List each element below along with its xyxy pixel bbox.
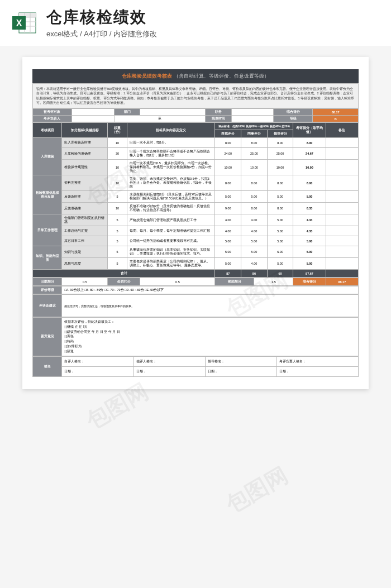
table-row: 检验数据信息保密与反馈资料完整性10丢失、毁损、未按规定交受计档、存放扣0.5分… <box>33 175 359 191</box>
info-table: 被考评对象 部门 职务 综合得分 88.17 考评负责人 至 填表时间 等级 B <box>32 108 359 122</box>
table-row: 思想与态度5主要包含是否的韶美素质（公司的规则纪律）、服从、调整上、积极心、责任… <box>33 258 359 270</box>
table-row: 入库检验的准确性30出现一个批次合格率按照不合格率或不合格产品按照合格入合格，扣… <box>33 148 359 160</box>
leader-label: 考评负责人 <box>33 116 72 122</box>
table-row: 知识、技能与品质知识与技能5从事该岗位所需的知识（基本知识、业务知识、关联知识）… <box>33 246 359 258</box>
col-criteria: 评分标准：优秀100% 良好80% 一般60% 较差40% 差20% <box>215 123 293 130</box>
section-label: 入库核验 <box>33 138 62 175</box>
table-row: 其它日常工作5公司统一优秀的活动或者重要事项领导对完成。5.005.005.00… <box>33 236 359 246</box>
col-desc: 指标具体内容及定义 <box>127 123 215 138</box>
table-row: 日常工作管理仓储部门管理制度的执行情况5严格按照仓储部门管理制度严谨执照执行工作… <box>33 214 359 226</box>
excel-icon: X <box>11 9 38 36</box>
instructions: 说明：本表格适用于对一般行业仓库检验员进行360度绩效考核。其中的考核指标、权重… <box>32 83 359 108</box>
sign-table: 签名 自评人签名： 他评人签名： 领导签名： 考评负责人签名： 日期： 日期： … <box>32 356 359 377</box>
grade-value: B <box>313 116 359 122</box>
bonus-table: 出勤加分 0.5 处罚扣分 0.5 奖励加分 1.5 综合得分 88.17 <box>32 278 359 286</box>
col-project: 考核项目 <box>33 123 62 138</box>
grade-label: 等级 <box>274 116 313 122</box>
table-row: 工作总结与汇报5每周、每月、每个季度，每年定期准确对提交工作汇报4.004.00… <box>33 226 359 236</box>
col-lead: 领导评分 <box>267 130 293 138</box>
opinion-table: 晋升意见 依据本次评价，特此决议该员工： [ ]继续 在 任 职 [ ]建议劳动… <box>32 317 359 356</box>
col-score: 考评得分（取平均值） <box>293 123 326 138</box>
doc-title-bar: 仓库检验员绩效考核表 （含自动计算、等级评价、任意设置等级） <box>32 69 359 83</box>
score-table: 考核项目 加分指标/关键指标 权重（分） 指标具体内容及定义 评分标准：优秀10… <box>32 122 359 278</box>
grade-table: 评价等级 □A. 90分以上 □B. 80～89分 □C. 70～79分 □D.… <box>32 286 359 294</box>
section-label: 知识、技能与品质 <box>33 246 62 270</box>
page-header: X 仓库核检绩效 excel格式 / A4打印 / 内容随意修改 <box>0 0 391 46</box>
main-title: 仓库核检绩效 <box>46 7 380 28</box>
col-indicator: 加分指标/关键指标 <box>62 123 108 138</box>
col-self: 自我评分 <box>215 130 241 138</box>
doc-subtitle: （含自动计算、等级评价、任意设置等级） <box>174 73 269 79</box>
col-weight: 权重（分） <box>108 123 127 138</box>
section-label: 检验数据信息保密与反馈 <box>33 175 62 214</box>
total-label: 合计 <box>33 270 215 278</box>
table-row: 反馈准确性10反馈不准确1分扣2分（且未反馈的准确包括：反馈信息不明确，传达信息… <box>33 203 359 214</box>
dept-label: 部门 <box>114 109 140 116</box>
col-peer: 同事评分 <box>241 130 268 138</box>
section-label: 日常工作管理 <box>33 214 62 246</box>
table-row: 入库核验出入库检验及时性10出现一次不及时，扣1分。8.008.008.008.… <box>33 138 359 148</box>
document-page: 仓库检验员绩效考核表 （含自动计算、等级评价、任意设置等级） 说明：本表格适用于… <box>22 57 369 389</box>
total-score-value: 88.17 <box>313 109 359 116</box>
total-score-label: 综合得分 <box>274 109 313 116</box>
period-label: 填表时间 <box>205 116 231 122</box>
sub-title: excel格式 / A4打印 / 内容随意修改 <box>46 29 380 39</box>
col-remark: 备注 <box>326 123 358 138</box>
subject-label: 被考评对象 <box>33 109 72 116</box>
comments-table: 评语及建议 规范性填写，完整填报汇总，现场通查其原事件的故事。 <box>32 294 359 317</box>
doc-title: 仓库检验员绩效考核表 <box>122 73 172 79</box>
table-row: 反馈及时性5未该做相关到反馈扣2分（且未反馈，及时对反馈等涉及检验部门解决问题反… <box>33 191 359 203</box>
position-label: 职务 <box>205 109 231 116</box>
svg-text:X: X <box>16 18 22 28</box>
table-row: 检验操作规范性10出现一次不规范扣0.5，最多扣完即分。出现一次抄检、保持材料彩… <box>33 160 359 175</box>
